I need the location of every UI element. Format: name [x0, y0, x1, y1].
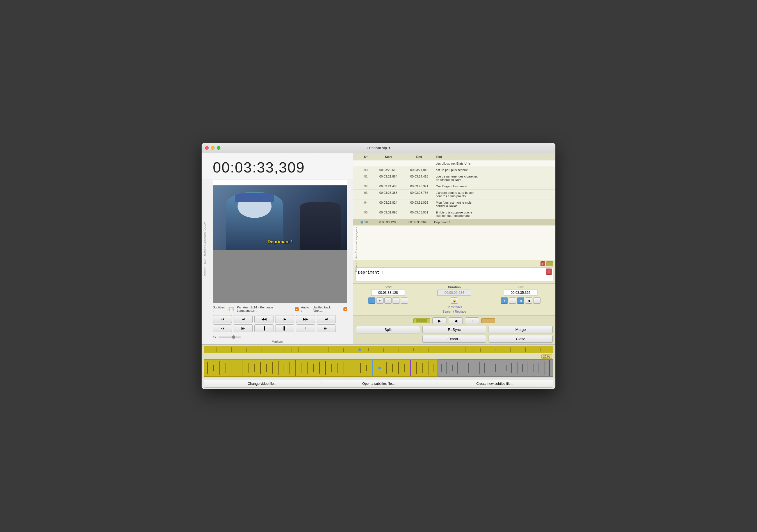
subtitles-label: Subtitles :	[213, 306, 226, 312]
title-icon: ♪	[366, 146, 368, 150]
skip-to-start-btn[interactable]: ⏮	[213, 315, 232, 323]
traffic-lights	[205, 146, 221, 150]
play-segment-btn[interactable]: ▶	[433, 317, 446, 324]
minimize-button[interactable]	[211, 146, 215, 150]
row-end: 00:03:31,025	[404, 200, 435, 205]
mark-end-btn[interactable]: ◀	[517, 297, 524, 304]
active-indicator	[360, 221, 363, 224]
duration-label: Duration	[448, 285, 461, 289]
open-subtitles-btn[interactable]: Open a subtitles file...	[320, 380, 437, 388]
transport-row-2: ⏮ |⏭ ▐ ▌ ⏸ ⏭|	[213, 325, 347, 332]
mark-out-btn[interactable]: ▌	[275, 325, 294, 332]
prev-start-btn[interactable]: ←	[393, 297, 400, 304]
start-input[interactable]	[371, 290, 405, 296]
set-start-btn[interactable]: →	[384, 297, 392, 304]
table-row[interactable]: 93 00:03:26,388 00:03:28,756 L'argent do…	[353, 190, 556, 200]
markers-label: Markers	[201, 339, 353, 344]
audio-file: Untitled track (Unk....	[313, 306, 341, 312]
table-row[interactable]: 96 00:03:33,128 00:03:35,362 Déprimant !	[353, 219, 556, 226]
window-title: ♪ PanAm.sfp ▼	[366, 146, 391, 150]
prev-subtitle-btn[interactable]: ⏮	[213, 325, 232, 332]
row-start: 00:03:28,824	[373, 200, 404, 205]
playback-row: ▶ ◀ →	[356, 317, 553, 324]
speed-slider[interactable]	[219, 336, 241, 338]
waveform-overview[interactable]	[204, 346, 553, 353]
col-num: N°	[359, 154, 373, 159]
create-subtitle-btn[interactable]: Create new subtitle file...	[437, 380, 553, 388]
change-video-btn[interactable]: Change video file...	[204, 380, 320, 388]
start-label: Start	[384, 285, 391, 289]
waveform-container: 20.0s	[201, 344, 556, 378]
bottom-buttons: Change video file... Open a subtitles fi…	[201, 378, 556, 389]
row-end: 00:03:24,418	[404, 174, 435, 179]
close-button[interactable]	[205, 146, 209, 150]
table-row[interactable]: des bijoux aux États-Unis	[353, 160, 556, 167]
timing-row: Start Duration End	[356, 285, 553, 296]
strikethrough-btn[interactable]: —	[546, 261, 553, 266]
table-row[interactable]: 95 00:03:31,093 00:03:33,061 Eh bien, je…	[353, 209, 556, 219]
subtitle-file: Pan Am - 1x14 - Romance Languages.srt	[237, 306, 293, 312]
row-num: 94	[359, 200, 373, 205]
end-input[interactable]	[504, 290, 537, 296]
playback-indicator-right	[481, 318, 495, 323]
action-row-2: Export... Close	[356, 335, 553, 343]
table-header: N° Start End Text	[353, 153, 556, 160]
timing-duration: Duration	[422, 285, 486, 296]
table-row[interactable]: 91 00:03:21,884 00:03:24,418 que de rame…	[353, 173, 556, 183]
prev-end-btn[interactable]: ◀	[525, 297, 532, 304]
waveform-detail[interactable]	[204, 359, 553, 377]
row-end: 00:03:35,362	[402, 220, 433, 224]
search-replace-link[interactable]: Search / Replace	[356, 309, 553, 314]
table-row[interactable]: 90 00:03:20,615 00:03:21,816 est un peu …	[353, 167, 556, 173]
constraints-link[interactable]: Constraints	[356, 305, 553, 309]
play-btn[interactable]: ▶	[275, 315, 294, 323]
next-subtitle-btn[interactable]: |⏭	[234, 325, 253, 332]
merge-btn[interactable]: Merge	[489, 326, 553, 333]
end-nav-group: ● → ◀ ◀ →	[489, 297, 553, 304]
next-segment-btn[interactable]: →	[465, 317, 479, 324]
export-btn[interactable]: Export...	[422, 335, 486, 343]
go-to-end-btn[interactable]: ●	[500, 297, 508, 304]
row-text: que de ramener des cigarettesen Afrique …	[435, 174, 556, 182]
timecode-display: 00:03:33,309	[213, 159, 347, 176]
italic-btn[interactable]: i	[540, 261, 545, 266]
video-frame: Déprimant !	[213, 185, 347, 250]
transport-row-1: ⏮ ⏭ ◀◀ ▶ ▶▶ ⏭	[213, 315, 347, 323]
set-out-btn[interactable]: ⏭|	[317, 325, 336, 332]
table-row[interactable]: 92 00:03:24,486 00:03:26,321 Oui, l'arge…	[353, 183, 556, 190]
next-end-btn[interactable]: →	[533, 297, 540, 304]
subtitle-text-editor[interactable]: Déprimant !	[355, 267, 553, 281]
prev-frame-btn[interactable]: ⏭	[234, 315, 253, 323]
set-in-btn[interactable]: ⏸	[296, 325, 315, 332]
table-row[interactable]: 94 00:03:28,824 00:03:31,025 Mon futur e…	[353, 200, 556, 209]
duration-input[interactable]	[438, 290, 471, 296]
waveform-time-label: 20.0s	[204, 355, 553, 359]
next-start-btn[interactable]: →	[401, 297, 408, 304]
row-end	[404, 161, 435, 162]
fast-forward-btn[interactable]: ▶▶	[296, 315, 315, 323]
nav-row: → ● → ← → 🔒 ● → ◀ ◀	[356, 297, 553, 304]
time-scale: 20.0s	[541, 355, 552, 359]
resync-btn[interactable]: ReSync	[422, 326, 486, 333]
playback-controls: ▶ ◀ → Split ReSync Merge Export... Close	[353, 315, 556, 344]
split-btn[interactable]: Split	[356, 326, 420, 333]
left-panel: Pan Am – 1x14 – Romance Languages (VO).a…	[201, 153, 353, 344]
delete-text-btn[interactable]: ✕	[546, 268, 552, 275]
speed-slider-thumb	[232, 335, 235, 339]
subtitle-badge: 📄	[228, 307, 234, 311]
play-from-start-btn[interactable]: ●	[376, 297, 383, 304]
table-body: des bijoux aux États-Unis 90 00:03:20,61…	[353, 160, 556, 226]
skip-to-end-btn[interactable]: ⏭	[317, 315, 336, 323]
row-end: 00:03:33,061	[404, 210, 435, 215]
maximize-button[interactable]	[217, 146, 221, 150]
rewind-segment-btn[interactable]: ◀	[449, 317, 463, 324]
rewind-btn[interactable]: ◀◀	[255, 315, 273, 323]
close-btn[interactable]: Close	[489, 335, 553, 343]
row-text: Oui, l'argent l'est aussi...	[435, 184, 556, 188]
set-end-btn[interactable]: →	[509, 297, 516, 304]
white-strip	[213, 180, 347, 185]
mark-in-btn[interactable]: ▐	[255, 325, 273, 332]
lock-btn[interactable]: 🔒	[451, 297, 458, 304]
go-to-start-btn[interactable]: →	[368, 297, 376, 304]
col-start: Start	[373, 154, 404, 159]
